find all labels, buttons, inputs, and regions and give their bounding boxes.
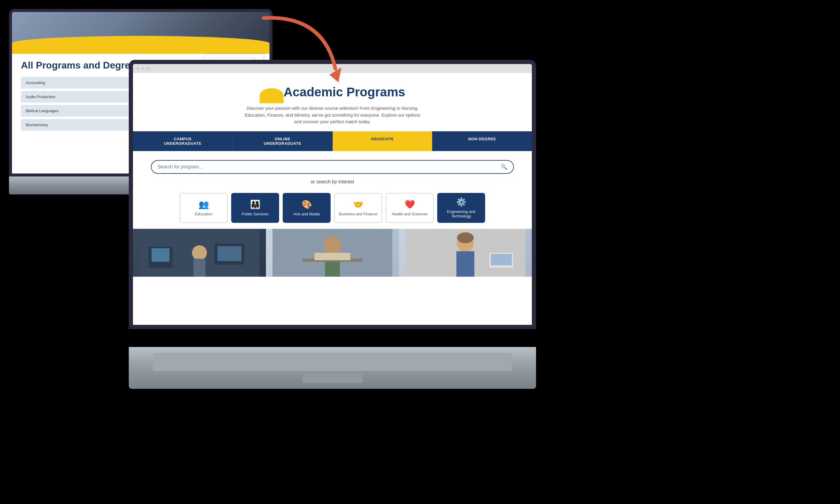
program-item[interactable]: Accounting [21, 77, 140, 89]
academic-subtitle: Discover your passion with our diverse c… [243, 105, 422, 125]
image-block-2 [266, 229, 399, 277]
image-block-1 [133, 229, 266, 277]
program-item[interactable]: Biochemistry [21, 119, 140, 131]
interest-card-public-services[interactable]: 👨‍👩‍👧 Public Services [231, 193, 279, 223]
front-laptop-content: Academic Programs Discover your passion … [133, 64, 532, 325]
browser-dot-red [137, 67, 140, 70]
tab-online-undergraduate[interactable]: ONLINEUNDERGRADUATE [233, 131, 332, 151]
tab-non-degree[interactable]: NON-DEGREE [432, 131, 532, 151]
interest-card-business-finance[interactable]: 🤝 Business and Finance [334, 193, 382, 223]
academic-page: Academic Programs Discover your passion … [133, 73, 532, 325]
hero-image [12, 12, 270, 54]
svg-point-4 [192, 245, 207, 260]
interest-card-health-sciences[interactable]: ❤️ Health and Sciences [386, 193, 434, 223]
front-laptop-screen: Academic Programs Discover your passion … [129, 60, 536, 329]
business-finance-icon: 🤝 [353, 199, 363, 209]
tab-campus-undergraduate[interactable]: CAMPUSUNDERGRADUATE [133, 131, 233, 151]
browser-dot-yellow [141, 67, 144, 70]
image-block-3 [399, 229, 532, 277]
svg-rect-5 [193, 259, 205, 277]
interest-card-arts-media[interactable]: 🎨 Arts and Media [283, 193, 331, 223]
engineering-tech-icon: ⚙️ [456, 197, 466, 207]
interest-card-education[interactable]: 👥 Education [180, 193, 228, 223]
health-sciences-label: Health and Sciences [392, 212, 427, 216]
interest-cards-container: 👥 Education 👨‍👩‍👧 Public Services 🎨 Arts… [133, 193, 532, 223]
health-sciences-icon: ❤️ [405, 199, 415, 209]
laptop-keyboard [153, 353, 512, 371]
front-laptop-base [129, 347, 536, 389]
front-laptop: Academic Programs Discover your passion … [129, 60, 548, 389]
business-finance-label: Business and Finance [339, 212, 377, 216]
education-icon: 👥 [199, 199, 209, 209]
front-search-icon: 🔍 [501, 164, 507, 170]
interest-card-engineering-tech[interactable]: ⚙️ Engineering and Technology [437, 193, 485, 223]
public-services-label: Public Services [242, 212, 269, 216]
image-strip [133, 229, 532, 277]
svg-point-9 [323, 236, 341, 254]
education-label: Education [195, 212, 212, 216]
program-item[interactable]: Biblical Languages [21, 105, 140, 116]
search-section: 🔍 or search by interest [133, 151, 532, 193]
tab-bar: CAMPUSUNDERGRADUATE ONLINEUNDERGRADUATE … [133, 131, 532, 151]
svg-rect-16 [457, 251, 474, 277]
or-search-label: or search by interest [151, 179, 514, 184]
front-search-input[interactable] [157, 164, 501, 169]
front-search-bar[interactable]: 🔍 [151, 160, 514, 174]
arts-media-icon: 🎨 [302, 199, 312, 209]
program-item[interactable]: Audio Production [21, 91, 140, 103]
laptop-trackpad [303, 374, 362, 383]
browser-dot-green [146, 67, 149, 70]
red-arrow [240, 9, 359, 99]
arts-media-label: Arts and Media [293, 212, 320, 216]
engineering-tech-label: Engineering and Technology [438, 209, 484, 218]
svg-rect-3 [152, 248, 170, 262]
tab-graduate[interactable]: GRADUATE [333, 131, 432, 151]
svg-rect-18 [491, 254, 512, 265]
public-services-icon: 👨‍👩‍👧 [250, 199, 260, 209]
svg-point-15 [457, 232, 474, 243]
svg-rect-12 [314, 253, 350, 260]
svg-rect-7 [218, 246, 241, 261]
